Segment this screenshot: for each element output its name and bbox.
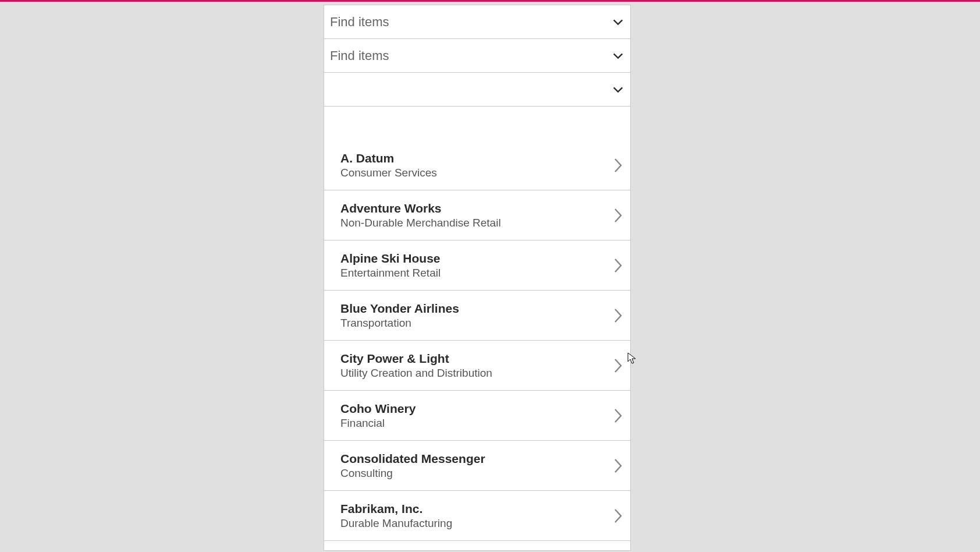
list-item[interactable]: Blue Yonder Airlines Transportation xyxy=(324,291,630,341)
list-item-subtitle: Consumer Services xyxy=(340,167,437,179)
spacer xyxy=(324,107,630,140)
list-item-subtitle: Non-Durable Merchandise Retail xyxy=(340,217,501,229)
app-panel: Find items Find items A. Datum Consume xyxy=(324,5,631,551)
chevron-down-icon xyxy=(612,49,624,62)
list-item-title: Consolidated Messenger xyxy=(340,452,485,466)
list-item-title: City Power & Light xyxy=(340,352,492,366)
chevron-down-icon xyxy=(612,16,624,29)
chevron-right-icon xyxy=(613,457,623,475)
list-item-subtitle: Utility Creation and Distribution xyxy=(340,367,492,380)
list-item-title: Adventure Works xyxy=(340,201,501,215)
chevron-right-icon xyxy=(613,207,623,224)
combo-box-1[interactable]: Find items xyxy=(324,5,630,39)
list-item[interactable]: A. Datum Consumer Services xyxy=(324,140,630,190)
list-item[interactable]: Alpine Ski House Entertainment Retail xyxy=(324,240,630,291)
items-list[interactable]: A. Datum Consumer Services Adventure Wor… xyxy=(324,140,630,550)
list-item[interactable]: City Power & Light Utility Creation and … xyxy=(324,341,630,391)
chevron-down-icon xyxy=(612,83,624,96)
chevron-right-icon xyxy=(613,507,623,525)
list-item[interactable]: Adventure Works Non-Durable Merchandise … xyxy=(324,190,630,240)
combo-placeholder: Find items xyxy=(330,48,389,63)
list-item-subtitle: Transportation xyxy=(340,317,459,330)
chevron-right-icon xyxy=(613,407,623,424)
list-item-title: Coho Winery xyxy=(340,402,416,416)
list-item[interactable]: Coho Winery Financial xyxy=(324,391,630,441)
list-item[interactable]: Fabrikam, Inc. Durable Manufacturing xyxy=(324,491,630,541)
list-item-title: A. Datum xyxy=(340,151,437,165)
combo-box-3[interactable] xyxy=(324,73,630,107)
accent-top-border xyxy=(0,0,980,2)
combo-placeholder: Find items xyxy=(330,15,389,30)
list-item-subtitle: Consulting xyxy=(340,467,485,480)
chevron-right-icon xyxy=(613,257,623,274)
list-item-title: Alpine Ski House xyxy=(340,252,441,266)
chevron-right-icon xyxy=(613,307,623,324)
chevron-right-icon xyxy=(613,157,623,174)
list-item[interactable]: Consolidated Messenger Consulting xyxy=(324,441,630,491)
list-item-title: Blue Yonder Airlines xyxy=(340,302,459,316)
list-item-title: Fabrikam, Inc. xyxy=(340,502,452,516)
list-item-subtitle: Financial xyxy=(340,417,416,430)
combo-box-2[interactable]: Find items xyxy=(324,39,630,73)
list-item-subtitle: Entertainment Retail xyxy=(340,267,441,279)
list-item-subtitle: Durable Manufacturing xyxy=(340,517,452,530)
chevron-right-icon xyxy=(613,357,623,374)
list-item[interactable]: Fourth Coffee xyxy=(324,541,630,550)
